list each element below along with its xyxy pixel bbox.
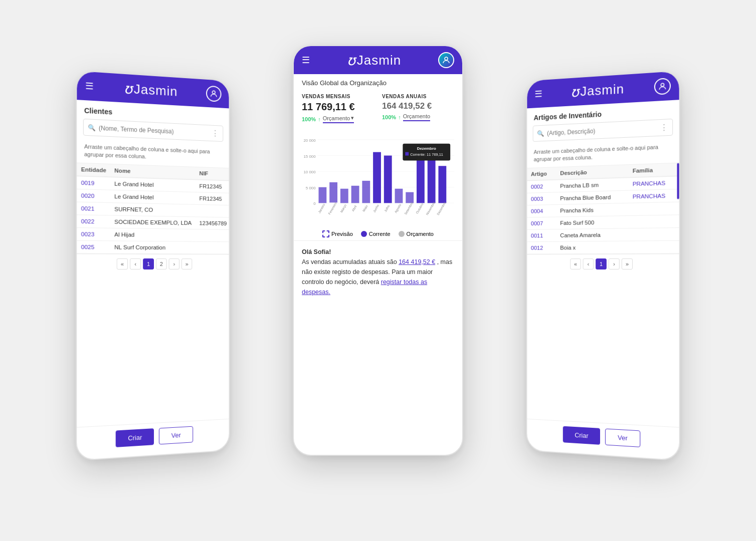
svg-point-40 <box>661 83 664 87</box>
greeting-amount-link[interactable]: 164 419,52 € <box>399 258 435 265</box>
monthly-sales-block: VENDAS MENSAIS 11 769,11 € 100% ↑ Orçame… <box>302 94 374 123</box>
familia-cell[interactable]: PRANCHAS <box>629 189 679 203</box>
clients-table-wrapper: Entidade Nome NIF 0019 Le Grand Hotel FR… <box>77 163 229 254</box>
page-last[interactable]: » <box>181 258 192 269</box>
nif-cell: FR12345 <box>196 179 229 193</box>
table-row[interactable]: 0023 Al Hijad <box>77 227 229 241</box>
center-phone-header: ☰ ʊ Jasmin <box>294 46 462 74</box>
art-page-next[interactable]: › <box>609 258 620 269</box>
nome-cell: NL Surf Corporation <box>110 241 196 254</box>
svg-rect-19 <box>395 189 403 203</box>
svg-text:Junho: Junho <box>372 203 380 213</box>
annual-pct: 100% <box>382 114 396 120</box>
entidade-cell[interactable]: 0020 <box>77 189 110 202</box>
entidade-cell[interactable]: 0019 <box>77 176 110 190</box>
center-phone: ☰ ʊ Jasmin Visão Global da Organização V… <box>293 45 463 456</box>
artigos-pagination: « ‹ 1 › » <box>527 253 679 274</box>
page-first[interactable]: « <box>117 258 128 269</box>
desc-cell: Fato Surf 500 <box>556 215 629 229</box>
svg-text:10 000: 10 000 <box>303 170 316 174</box>
svg-text:Dezembro: Dezembro <box>417 146 436 151</box>
page-next[interactable]: › <box>169 258 179 269</box>
left-app-logo: ʊ Jasmin <box>124 80 178 100</box>
svg-rect-15 <box>351 186 359 203</box>
nif-cell <box>196 204 229 217</box>
annual-sales-amount: 164 419,52 € <box>382 101 454 111</box>
entidade-cell[interactable]: 0022 <box>77 215 110 228</box>
nome-cell: Le Grand Hotel <box>110 190 196 204</box>
familia-cell[interactable] <box>629 227 679 241</box>
monthly-pct: 100% <box>302 116 316 122</box>
artigos-table-wrapper: Artigo Descrição Família 0002 Prancha LB… <box>527 163 679 254</box>
familia-cell[interactable] <box>629 240 679 253</box>
annual-orcamento-btn[interactable]: Orçamento <box>403 113 430 121</box>
art-page-prev[interactable]: ‹ <box>583 258 594 269</box>
chart-legend: Previsão Corrente Orçamento <box>294 227 462 240</box>
table-row[interactable]: 0011 Caneta Amarela <box>527 227 679 241</box>
left-criar-button[interactable]: Criar <box>116 428 154 447</box>
svg-text:Agosto: Agosto <box>394 203 402 214</box>
entidade-cell[interactable]: 0021 <box>77 202 110 215</box>
left-ver-button[interactable]: Ver <box>159 426 193 445</box>
artigos-search-input[interactable] <box>547 124 657 136</box>
nif-cell: 123456789 <box>196 217 229 230</box>
artigos-search-icon: 🔍 <box>537 130 544 137</box>
artigo-cell[interactable]: 0012 <box>527 241 556 254</box>
artigo-cell[interactable]: 0004 <box>527 204 556 217</box>
right-ver-button[interactable]: Ver <box>605 428 640 447</box>
svg-text:Maio: Maio <box>362 204 368 212</box>
page-2[interactable]: 2 <box>156 258 167 269</box>
artigo-cell[interactable]: 0011 <box>527 229 556 241</box>
annual-sales-label: VENDAS ANUAIS <box>382 94 454 99</box>
right-criar-button[interactable]: Criar <box>563 426 600 445</box>
clients-search-input[interactable] <box>99 124 209 136</box>
nome-cell: SOCIEDADE EXEMPLO, LDA <box>110 215 196 229</box>
center-hamburger-icon[interactable]: ☰ <box>302 55 310 66</box>
desc-cell: Boia x <box>556 241 629 254</box>
col-artigo: Artigo <box>527 167 556 180</box>
art-page-last[interactable]: » <box>622 258 633 269</box>
right-home-button[interactable] <box>590 454 612 461</box>
page-1[interactable]: 1 <box>143 258 154 269</box>
entidade-cell[interactable]: 0023 <box>77 227 110 240</box>
monthly-sales-meta: 100% ↑ Orçamento ▾ <box>302 115 374 123</box>
col-entidade: Entidade <box>77 163 110 177</box>
familia-cell[interactable] <box>629 202 679 215</box>
svg-point-0 <box>212 91 215 94</box>
artigo-cell[interactable]: 0002 <box>527 180 556 193</box>
orcamento-legend-icon <box>399 231 405 237</box>
entidade-cell[interactable]: 0025 <box>77 240 110 253</box>
svg-text:Julho: Julho <box>384 204 391 212</box>
svg-text:Corrente: 11 769,11: Corrente: 11 769,11 <box>410 152 443 157</box>
corrente-legend-icon <box>361 231 367 237</box>
center-user-avatar[interactable] <box>438 52 454 68</box>
art-page-1[interactable]: 1 <box>596 258 607 269</box>
left-hamburger-icon[interactable]: ☰ <box>85 80 94 92</box>
annual-sales-block: VENDAS ANUAIS 164 419,52 € 100% ↑ Orçame… <box>382 94 454 123</box>
table-row[interactable]: 0022 SOCIEDADE EXEMPLO, LDA 123456789 <box>77 215 229 230</box>
table-row[interactable]: 0025 NL Surf Corporation <box>77 240 229 254</box>
right-hamburger-icon[interactable]: ☰ <box>534 88 542 99</box>
table-row[interactable]: 0012 Boia x <box>527 240 679 254</box>
center-app-logo: ʊ Jasmin <box>347 52 401 69</box>
svg-text:0: 0 <box>313 201 316 206</box>
artigos-search-more-icon[interactable]: ⋮ <box>660 122 668 132</box>
monthly-orcamento-btn[interactable]: Orçamento ▾ <box>323 115 354 123</box>
familia-cell[interactable]: PRANCHAS <box>629 176 679 190</box>
legend-orcamento: Orçamento <box>399 230 434 237</box>
artigo-cell[interactable]: 0003 <box>527 192 556 205</box>
art-page-first[interactable]: « <box>570 258 581 269</box>
familia-cell[interactable] <box>629 215 679 228</box>
page-prev[interactable]: ‹ <box>130 258 141 269</box>
previsao-legend-icon <box>322 230 329 237</box>
visao-title: Visão Global da Organização <box>294 74 462 90</box>
desc-cell: Prancha Blue Board <box>556 190 629 204</box>
left-home-button[interactable] <box>144 454 166 461</box>
right-user-avatar[interactable] <box>654 78 671 95</box>
left-user-avatar[interactable] <box>206 86 221 102</box>
left-phone-content: Clientes 🔍 ⋮ Arraste um cabeçalho de col… <box>77 100 229 427</box>
artigo-cell[interactable]: 0007 <box>527 217 556 229</box>
svg-text:Fevereiro: Fevereiro <box>327 201 337 215</box>
clients-search-more-icon[interactable]: ⋮ <box>212 129 219 138</box>
table-row[interactable]: 0007 Fato Surf 500 <box>527 215 679 230</box>
